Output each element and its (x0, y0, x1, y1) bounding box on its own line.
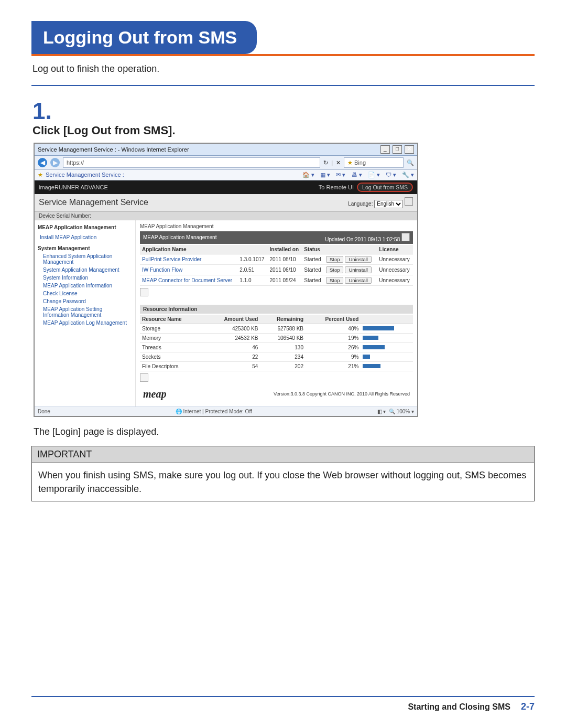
sidebar-install-meap[interactable]: Install MEAP Application (38, 233, 132, 241)
separator (31, 85, 535, 86)
copyright: Version:3.0.3.8 Copyright CANON INC. 201… (274, 391, 410, 397)
language-select[interactable]: English (374, 200, 403, 208)
table-row: Storage425300 KB627588 KB40% (140, 324, 413, 333)
sidebar-enhanced-sys-app[interactable]: Enhanced System Application Management (38, 252, 132, 266)
scroll-up-icon[interactable] (140, 373, 148, 382)
content-area: MEAP Application Management MEAP Applica… (136, 220, 417, 406)
app-link[interactable]: MEAP Connector for Document Server (142, 277, 232, 283)
favorite-icon[interactable]: ★ (38, 172, 43, 178)
app-table: Application Name Installed on Status Lic… (140, 245, 413, 286)
step-number: 1. (32, 100, 535, 123)
device-serial: Device Serial Number: (35, 212, 417, 220)
sidebar-meap-log-mgmt[interactable]: MEAP Application Log Management (38, 319, 132, 327)
ie-address-bar: ◀ ▶ https:// ↻ | ✕ ★Bing 🔍 (35, 156, 417, 170)
table-row: MEAP Connector for Document Server 1.1.0… (140, 275, 413, 285)
table-row: Threads4613026% (140, 342, 413, 352)
panel-title: MEAP Application Management (143, 234, 216, 240)
language-apply-icon[interactable] (405, 197, 413, 206)
sidebar-system-mgmt: System Management (38, 244, 132, 252)
updated-label: Updated On:2011 09/13 1:02:58 (325, 237, 400, 242)
col-percent-used: Percent Used (306, 315, 361, 324)
col-remaining: Remaining (260, 315, 306, 324)
table-row: PullPrint Service Provider 1.3.0.1017 20… (140, 254, 413, 264)
sidebar-sys-info[interactable]: System Information (38, 274, 132, 282)
uninstall-button[interactable]: Uninstall (345, 256, 371, 263)
step-title: Click [Log Out from SMS]. (32, 124, 535, 137)
sidebar-sys-app-mgmt[interactable]: System Application Management (38, 266, 132, 274)
refresh-icon[interactable]: ↻ (323, 159, 328, 166)
usage-bar (363, 355, 370, 359)
service-title: Service Management Service (39, 198, 148, 207)
search-input[interactable]: ★Bing (344, 157, 404, 168)
sidebar-meap-setting-info[interactable]: MEAP Application Setting Information Man… (38, 305, 132, 319)
app-link[interactable]: IW Function Flow (142, 267, 182, 273)
important-body: When you finish using SMS, make sure you… (32, 463, 534, 501)
brand-label: imageRUNNER ADVANCE (39, 184, 108, 190)
minimize-icon[interactable]: _ (380, 145, 390, 154)
important-box: IMPORTANT When you finish using SMS, mak… (31, 446, 535, 501)
print-icon[interactable]: 🖶 ▾ (352, 172, 362, 178)
panel-header: MEAP Application Management Updated On:2… (140, 231, 413, 244)
home-icon[interactable]: 🏠 ▾ (302, 172, 314, 178)
protected-toggle-icon[interactable]: ◧ ▾ (377, 409, 386, 414)
zoom-value[interactable]: 100% (397, 409, 410, 414)
address-input[interactable]: https:// (63, 157, 320, 168)
stop-button[interactable]: Stop (326, 256, 344, 263)
log-out-from-sms-button[interactable]: Log Out from SMS (357, 183, 413, 192)
tools-menu[interactable]: 🔧 ▾ (402, 172, 414, 178)
feeds-icon[interactable]: ▦ ▾ (320, 172, 330, 178)
to-remote-ui-link[interactable]: To Remote UI (319, 184, 354, 190)
search-icon[interactable]: 🔍 (407, 159, 414, 166)
read-mail-icon[interactable]: ✉ ▾ (336, 172, 345, 178)
app-link[interactable]: PullPrint Service Provider (142, 256, 201, 262)
footer-section: Starting and Closing SMS (408, 702, 510, 712)
internet-zone-icon: 🌐 (176, 409, 182, 414)
ie-status-bar: Done 🌐 Internet | Protected Mode: Off ◧ … (35, 406, 417, 416)
table-row: Sockets222349% (140, 352, 413, 361)
sidebar-meap-mgmt[interactable]: MEAP Application Management (38, 223, 132, 231)
forward-icon[interactable]: ▶ (50, 158, 60, 167)
important-heading: IMPORTANT (32, 446, 534, 463)
usage-bar (363, 336, 378, 340)
col-amount-used: Amount Used (204, 315, 260, 324)
status-done: Done (38, 409, 50, 414)
sidebar-change-password[interactable]: Change Password (38, 297, 132, 305)
usage-bar (363, 345, 385, 349)
breadcrumb: MEAP Application Management (140, 223, 413, 229)
usage-bar (363, 326, 394, 330)
language-selector: Language: English (348, 197, 413, 208)
accent-line (31, 54, 535, 56)
sidebar-check-license[interactable]: Check License (38, 290, 132, 297)
col-installed: Installed on (268, 245, 302, 254)
table-row: File Descriptors5420221% (140, 361, 413, 371)
close-icon[interactable]: ✕ (405, 145, 414, 154)
ie-title-bar: Service Management Service : - Windows I… (35, 144, 417, 156)
table-row: IW Function Flow 2.0.51 2011 06/10 Start… (140, 264, 413, 275)
uninstall-button[interactable]: Uninstall (345, 277, 371, 284)
col-res-name: Resource Name (140, 315, 204, 324)
status-zone: Internet | Protected Mode: Off (183, 409, 252, 414)
page-footer: Starting and Closing SMS 2-7 (31, 696, 535, 712)
after-text: The [Login] page is displayed. (34, 426, 535, 437)
back-icon[interactable]: ◀ (38, 158, 47, 167)
stop-button[interactable]: Stop (326, 277, 344, 284)
sidebar-meap-app-info[interactable]: MEAP Application Information (38, 282, 132, 290)
app-sub-bar: Service Management Service Language: Eng… (35, 194, 417, 212)
tab-title[interactable]: Service Management Service : (46, 172, 124, 178)
zoom-icon[interactable]: 🔍 (389, 409, 395, 414)
window-title: Service Management Service : - Windows I… (38, 146, 189, 153)
safety-menu[interactable]: 🛡 ▾ (386, 172, 396, 178)
uninstall-button[interactable]: Uninstall (345, 266, 371, 273)
page-title-banner: Logging Out from SMS (31, 21, 257, 54)
page-menu[interactable]: 📄 ▾ (368, 172, 380, 178)
step-heading: 1. Click [Log Out from SMS]. (32, 100, 535, 137)
maximize-icon[interactable]: □ (393, 145, 402, 154)
refresh-icon[interactable] (401, 233, 410, 241)
col-app-name: Application Name (140, 245, 237, 254)
search-dropdown-icon[interactable]: ✕ (336, 159, 341, 166)
stop-button[interactable]: Stop (326, 266, 344, 273)
scroll-up-icon[interactable] (140, 288, 148, 296)
bing-icon: ★ (347, 159, 353, 166)
window-buttons: _ □ ✕ (379, 145, 414, 154)
usage-bar (363, 364, 380, 368)
